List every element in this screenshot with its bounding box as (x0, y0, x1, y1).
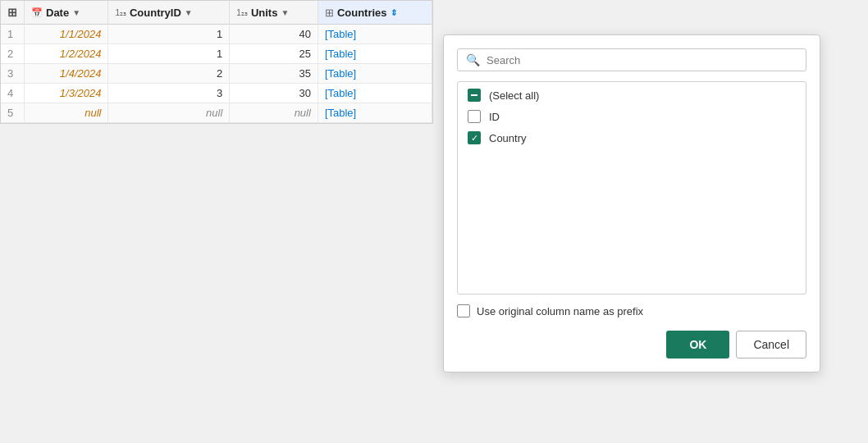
col-header-countryid[interactable]: 1₂₃ CountryID ▼ (108, 1, 230, 25)
cell-countries: [Table] (318, 25, 432, 44)
checkbox-select-all-icon (468, 89, 481, 102)
cell-countries: [Table] (318, 44, 432, 64)
cell-countries: [Table] (318, 84, 432, 103)
cell-countryid: 2 (108, 64, 230, 84)
col-date-dropdown[interactable]: ▼ (72, 8, 80, 17)
search-icon: 🔍 (466, 53, 480, 66)
cell-countryid: 1 (108, 44, 230, 64)
col-units-label: Units (251, 7, 278, 19)
row-number: 1 (1, 25, 25, 44)
date-type-icon: 📅 (31, 7, 43, 18)
ok-button[interactable]: OK (666, 331, 729, 359)
cell-countries: [Table] (318, 103, 432, 123)
cell-date: null (25, 103, 108, 123)
col-header-units[interactable]: 1₂₃ Units ▼ (230, 1, 318, 25)
cell-countryid: null (108, 103, 230, 123)
table-row: 41/3/2024330[Table] (1, 84, 432, 103)
col-date-label: Date (46, 7, 69, 19)
col-header-date[interactable]: 📅 Date ▼ (25, 1, 108, 25)
cell-units: 40 (230, 25, 318, 44)
checkbox-country-icon (468, 131, 481, 144)
row-number: 2 (1, 44, 25, 64)
cell-date: 1/1/2024 (25, 25, 108, 44)
checkbox-id-label: ID (489, 111, 500, 123)
col-countryid-dropdown[interactable]: ▼ (185, 8, 193, 17)
cell-countries: [Table] (318, 64, 432, 84)
column-picker-panel: 🔍 (Select all) ID Country (443, 34, 820, 372)
row-number: 3 (1, 64, 25, 84)
cell-units: 30 (230, 84, 318, 103)
cell-units: null (230, 103, 318, 123)
table-row: 31/4/2024235[Table] (1, 64, 432, 84)
cell-countryid: 3 (108, 84, 230, 103)
search-box: 🔍 (457, 48, 806, 71)
col-countryid-label: CountryID (130, 7, 181, 19)
col-countries-label: Countries (337, 7, 387, 19)
table-row: 21/2/2024125[Table] (1, 44, 432, 64)
prefix-row: Use original column name as prefix (457, 304, 806, 317)
checkbox-id-icon (468, 110, 481, 123)
checkbox-list: (Select all) ID Country (457, 81, 806, 295)
countries-type-icon: ⊞ (325, 7, 334, 19)
checkbox-select-all[interactable]: (Select all) (468, 89, 796, 102)
col-units-dropdown[interactable]: ▼ (281, 8, 289, 17)
button-row: OK Cancel (457, 331, 806, 359)
cell-units: 25 (230, 44, 318, 64)
prefix-label: Use original column name as prefix (477, 305, 643, 317)
prefix-label-text: Use original column name as prefix (477, 305, 643, 317)
cell-date: 1/2/2024 (25, 44, 108, 64)
corner-grid-icon: ⊞ (1, 1, 25, 25)
data-table: ⊞ 📅 Date ▼ 1₂₃ CountryID (0, 0, 433, 124)
units-type-icon: 1₂₃ (236, 8, 248, 17)
table-row: 5nullnullnull[Table] (1, 103, 432, 123)
checkbox-select-all-label: (Select all) (489, 89, 539, 102)
countryid-type-icon: 1₂₃ (115, 8, 126, 17)
row-number: 4 (1, 84, 25, 103)
search-input[interactable] (487, 54, 797, 66)
table-row: 11/1/2024140[Table] (1, 25, 432, 44)
checkbox-id[interactable]: ID (468, 110, 796, 123)
prefix-checkbox[interactable] (457, 304, 470, 317)
cancel-button[interactable]: Cancel (736, 331, 806, 359)
cell-units: 35 (230, 64, 318, 84)
cell-date: 1/3/2024 (25, 84, 108, 103)
cell-countryid: 1 (108, 25, 230, 44)
checkbox-country[interactable]: Country (468, 131, 796, 144)
col-header-countries[interactable]: ⊞ Countries ⇕ (318, 1, 432, 25)
col-countries-dropdown[interactable]: ⇕ (391, 8, 397, 17)
checkbox-country-label: Country (489, 132, 527, 144)
cell-date: 1/4/2024 (25, 64, 108, 84)
row-number: 5 (1, 103, 25, 123)
